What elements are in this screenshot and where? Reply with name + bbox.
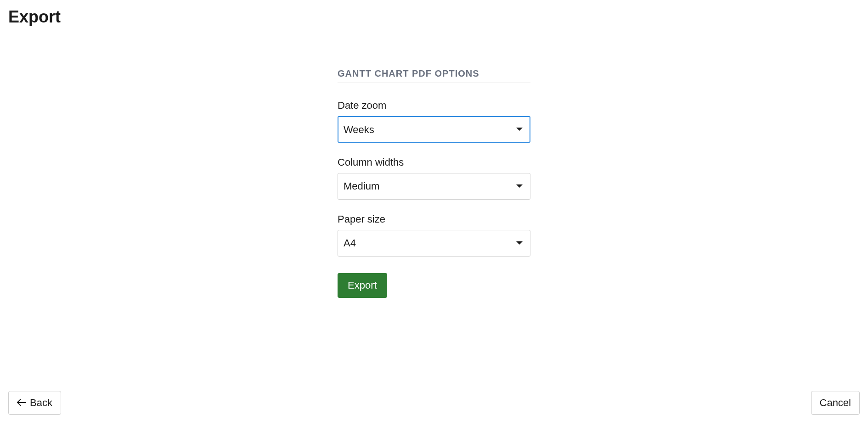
field-column-widths: Column widths Medium bbox=[338, 156, 530, 200]
back-button-label: Back bbox=[30, 397, 52, 409]
page-title: Export bbox=[8, 7, 860, 27]
cancel-button[interactable]: Cancel bbox=[811, 391, 860, 415]
column-widths-select-wrapper: Medium bbox=[338, 173, 530, 200]
export-button[interactable]: Export bbox=[338, 273, 387, 298]
column-widths-label: Column widths bbox=[338, 156, 530, 168]
paper-size-label: Paper size bbox=[338, 213, 530, 225]
date-zoom-label: Date zoom bbox=[338, 100, 530, 112]
paper-size-select[interactable]: A4 bbox=[338, 230, 530, 257]
field-date-zoom: Date zoom Weeks bbox=[338, 100, 530, 143]
back-button[interactable]: Back bbox=[8, 391, 61, 415]
field-paper-size: Paper size A4 bbox=[338, 213, 530, 257]
section-title: GANTT CHART PDF OPTIONS bbox=[338, 68, 530, 83]
paper-size-select-wrapper: A4 bbox=[338, 230, 530, 257]
arrow-left-icon bbox=[17, 397, 26, 409]
footer-actions: Back Cancel bbox=[0, 391, 868, 415]
date-zoom-select-wrapper: Weeks bbox=[338, 116, 530, 143]
date-zoom-select[interactable]: Weeks bbox=[338, 116, 530, 143]
page-header: Export bbox=[0, 0, 868, 36]
column-widths-select[interactable]: Medium bbox=[338, 173, 530, 200]
options-form: GANTT CHART PDF OPTIONS Date zoom Weeks … bbox=[338, 68, 530, 298]
